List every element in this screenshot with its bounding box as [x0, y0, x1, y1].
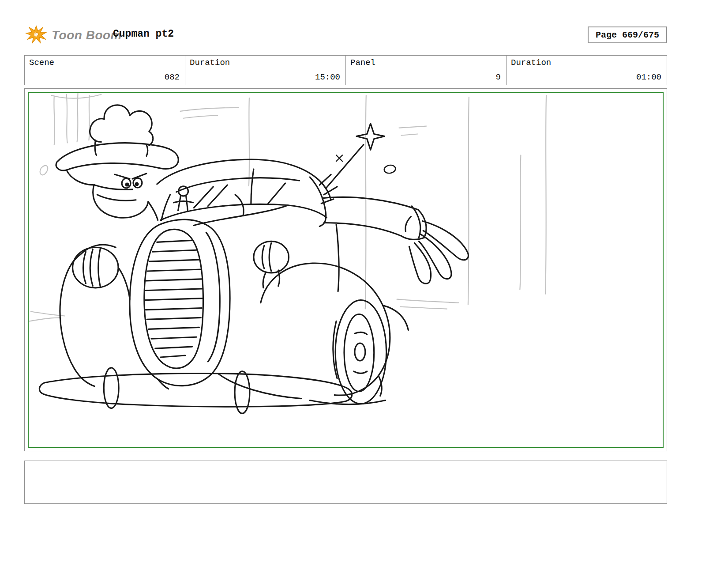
page-number-box: Page 669/675 [588, 26, 667, 43]
scene-duration-cell: Duration 15:00 [185, 56, 346, 85]
scene-value: 082 [165, 72, 180, 82]
project-title: Cupman pt2 [113, 28, 174, 40]
scene-label: Scene [29, 58, 54, 68]
panel-value: 9 [496, 72, 501, 82]
toonboom-logo-icon [25, 24, 47, 46]
panel-frame [24, 88, 667, 451]
scene-duration-label: Duration [190, 58, 230, 68]
panel-label: Panel [350, 58, 375, 68]
panel-duration-label: Duration [511, 58, 551, 68]
panel-duration-value: 01:00 [636, 72, 661, 82]
toonboom-logo-text: Toon Boom [52, 28, 122, 42]
storyboard-sketch [29, 93, 663, 447]
toonboom-brand: Toon Boom [25, 24, 122, 46]
panel-cell: Panel 9 [346, 56, 507, 85]
scene-info-table: Scene 082 Duration 15:00 Panel 9 Duratio… [24, 55, 667, 85]
notes-box [24, 461, 667, 504]
panel-safe-area-border [28, 92, 664, 448]
panel-duration-cell: Duration 01:00 [507, 56, 667, 85]
scene-duration-value: 15:00 [315, 72, 340, 82]
page-number-label: Page 669/675 [596, 30, 659, 40]
storyboard-page: Toon Boom Cupman pt2 Page 669/675 Scene … [0, 0, 728, 563]
scene-cell: Scene 082 [25, 56, 185, 85]
